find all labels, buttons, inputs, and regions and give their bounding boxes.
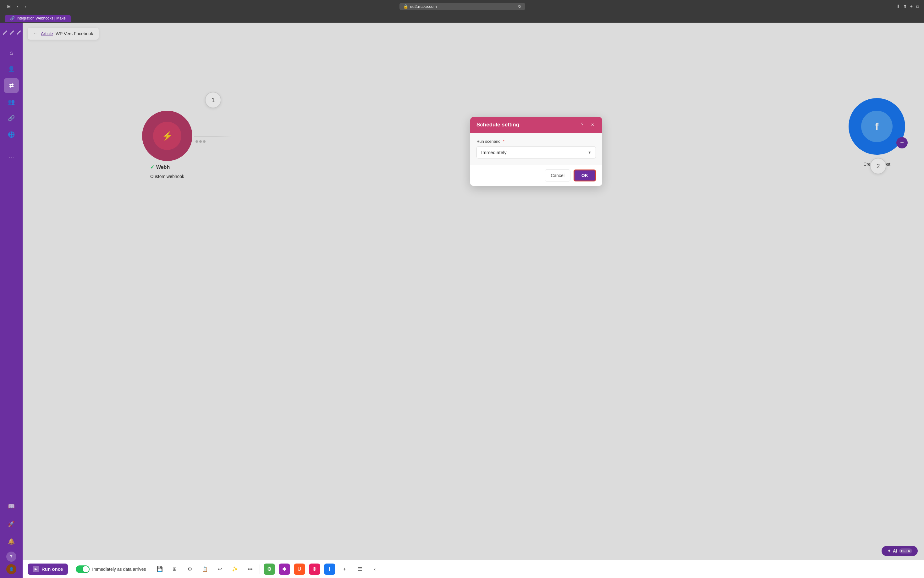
sidebar-toggle[interactable]: ⊞ [5,3,13,10]
nav-back[interactable]: ‹ [15,3,20,10]
ok-button[interactable]: OK [574,169,596,182]
sidebar-logo[interactable]: ⟋⟋⟋ [5,26,18,39]
modal-header-actions: ? × [579,122,596,128]
orange-tool-icon: U [298,567,301,572]
save-icon: 💾 [157,566,163,572]
flow-icon: ⊞ [173,566,176,572]
undo-icon: ↩ [218,566,222,572]
more-icon: ⋯ [8,154,14,161]
orange-tool-btn[interactable]: U [294,563,305,575]
cancel-button[interactable]: Cancel [545,169,570,182]
collapse-btn[interactable]: ‹ [369,563,380,575]
share-btn[interactable]: ⬆ [903,4,907,9]
windows-btn[interactable]: ⧉ [916,4,919,9]
avatar-label: 👤 [9,567,14,572]
run-scenario-select[interactable]: Immediately Run once At regular interval… [476,146,596,159]
select-wrapper: Immediately Run once At regular interval… [476,146,596,159]
help-label: ? [10,554,13,559]
save-btn[interactable]: 💾 [154,563,165,575]
green-tool-icon: ⚙ [267,566,272,572]
notes-btn[interactable]: 📋 [199,563,210,575]
browser-controls[interactable]: ⊞ ‹ › [5,3,28,10]
modal-overlay: Schedule setting ? × Run scenario: * [23,23,924,560]
chevron-left-icon: ‹ [374,567,375,572]
sidebar-bottom: 📖 🚀 🔔 ? 👤 [4,499,19,574]
address-text: eu2.make.com [410,4,437,9]
toolbar-separator-2 [150,565,150,574]
run-once-button[interactable]: ▶ Run once [28,563,68,575]
more-btn[interactable]: ••• [244,563,256,575]
rocket-icon: 🚀 [8,520,15,528]
sidebar-item-users[interactable]: 👤 [4,62,19,77]
modal-close-btn[interactable]: × [589,122,596,128]
bell-icon: 🔔 [8,538,15,545]
sidebar-item-teams[interactable]: 👥 [4,94,19,109]
canvas-area: 1 ⚡ [23,23,924,560]
schedule-toggle-wrapper: Immediately as data arrives [76,565,146,573]
sidebar-item-rocket[interactable]: 🚀 [4,516,19,531]
address-bar[interactable]: 🔒 eu2.make.com ↻ [400,3,525,10]
undo-btn[interactable]: ↩ [214,563,226,575]
magic-icon: ✨ [232,566,238,572]
settings-btn[interactable]: ⚙ [184,563,196,575]
add-module-btn[interactable]: + [339,563,350,575]
green-tool-btn[interactable]: ⚙ [264,563,275,575]
sidebar-item-connections[interactable]: 🔗 [4,111,19,126]
app-container: ⟋⟋⟋ ⌂ 👤 ⇄ 👥 🔗 🌐 ⋯ 📖 🚀 [0,23,924,578]
sidebar-item-home[interactable]: ⌂ [4,45,19,60]
teams-icon: 👥 [8,98,15,106]
sidebar-help-btn[interactable]: ? [6,552,16,562]
user-avatar[interactable]: 👤 [6,564,16,574]
scenarios-icon: ⇄ [9,82,14,89]
main-content: ← Article WP Vers Facebook 1 [23,23,924,578]
run-once-label: Run once [42,567,63,572]
sidebar-item-docs[interactable]: 📖 [4,499,19,514]
notes-icon: 📋 [202,566,208,572]
schedule-toggle[interactable] [76,565,89,573]
list-btn[interactable]: ☰ [354,563,366,575]
tab-icon: 🔗 [10,16,15,20]
pink-tool-icon: ❋ [312,566,317,572]
make-logo: ⟋⟋⟋ [1,28,22,37]
sidebar-item-notifications[interactable]: 🔔 [4,534,19,549]
active-tab[interactable]: 🔗 Integration Webhooks | Make [5,15,71,22]
users-icon: 👤 [8,66,15,73]
sidebar-separator [6,146,16,146]
sidebar-item-more[interactable]: ⋯ [4,150,19,165]
browser-actions: ⬇ ⬆ + ⧉ [896,4,919,9]
browser-chrome: ⊞ ‹ › 🔒 eu2.make.com ↻ ⬇ ⬆ + ⧉ 🔗 Integra… [0,0,924,23]
purple-tool-btn[interactable]: ✱ [279,563,290,575]
download-btn[interactable]: ⬇ [896,4,900,9]
run-scenario-label: Run scenario: * [476,139,596,144]
connections-icon: 🔗 [8,115,15,122]
tab-bar: 🔗 Integration Webhooks | Make [0,13,924,23]
tab-title: Integration Webhooks | Make [17,16,66,20]
new-tab-btn[interactable]: + [910,4,913,9]
sidebar-item-global[interactable]: 🌐 [4,127,19,142]
pink-tool-btn[interactable]: ❋ [309,563,320,575]
modal-title: Schedule setting [476,122,519,128]
more-icon: ••• [248,567,253,572]
modal-help-btn[interactable]: ? [579,122,586,128]
purple-tool-icon: ✱ [282,566,286,572]
schedule-toggle-label: Immediately as data arrives [92,567,146,572]
required-star: * [503,139,505,144]
lock-icon: 🔒 [403,4,408,9]
nav-forward[interactable]: › [23,3,28,10]
settings-icon: ⚙ [188,566,192,572]
modal-body: Run scenario: * Immediately Run once At … [470,133,602,165]
list-icon: ☰ [358,566,362,572]
modal-header: Schedule setting ? × [470,117,602,133]
magic-btn[interactable]: ✨ [230,563,241,575]
toggle-thumb [83,566,89,572]
flow-btn[interactable]: ⊞ [169,563,180,575]
blue-tool-btn[interactable]: f [324,563,335,575]
bottom-toolbar: ▶ Run once Immediately as data arrives 💾… [23,560,924,578]
play-icon: ▶ [33,566,39,572]
sidebar-item-scenarios[interactable]: ⇄ [4,78,19,93]
reload-icon[interactable]: ↻ [518,4,521,9]
workflow-container: 1 ⚡ [23,23,924,560]
docs-icon: 📖 [8,503,15,510]
global-icon: 🌐 [8,131,15,138]
blue-tool-icon: f [329,567,330,572]
